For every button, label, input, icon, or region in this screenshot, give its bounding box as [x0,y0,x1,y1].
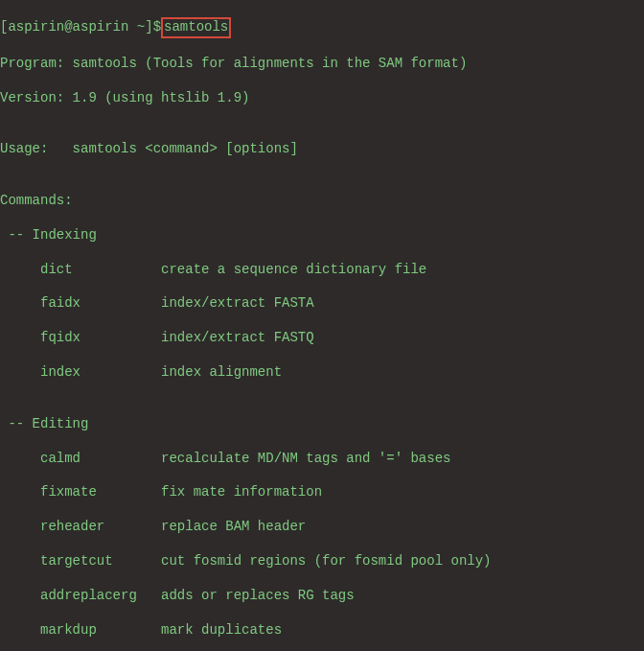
shell-prompt: [aspirin@aspirin ~]$ [0,19,161,35]
cmd-index: index index alignment [0,364,644,382]
usage-line: Usage: samtools <command> [options] [0,141,644,158]
cmd-fixmate: fixmate fix mate information [0,484,644,501]
commands-label: Commands: [0,193,644,210]
version-line: Version: 1.9 (using htslib 1.9) [0,90,644,107]
cmd-dict: dict create a sequence dictionary file [0,262,644,279]
cmd-targetcut: targetcut cut fosmid regions (for fosmid… [0,553,644,570]
cmd-markdup: markdup mark duplicates [0,622,644,639]
section-header-editing: -- Editing [0,416,644,433]
cmd-addreplacerg: addreplacerg adds or replaces RG tags [0,588,644,605]
program-line: Program: samtools (Tools for alignments … [0,56,644,73]
command-highlight: samtools [161,17,231,38]
cmd-fqidx: fqidx index/extract FASTQ [0,330,644,347]
cmd-reheader: reheader replace BAM header [0,519,644,536]
cmd-calmd: calmd recalculate MD/NM tags and '=' bas… [0,451,644,468]
section-header-indexing: -- Indexing [0,227,644,244]
terminal-output: [aspirin@aspirin ~]$ samtools Program: s… [0,0,644,651]
cmd-faidx: faidx index/extract FASTA [0,295,644,313]
